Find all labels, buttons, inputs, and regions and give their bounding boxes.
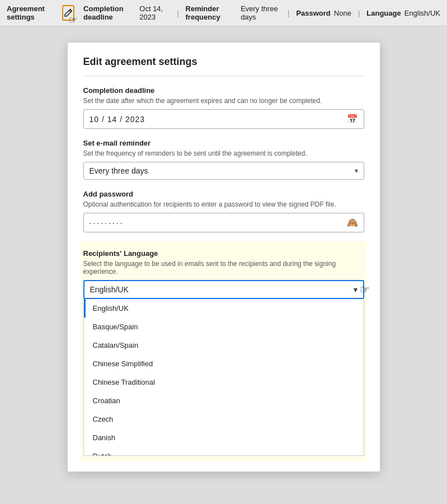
language-select-value: English/UK bbox=[90, 285, 354, 294]
language-option-label: Basque/Spain bbox=[93, 323, 138, 331]
email-reminder-section: Set e-mail reminder Set the frequency of… bbox=[83, 139, 364, 180]
add-password-field-desc: Optional authentication for recipients t… bbox=[83, 200, 364, 208]
language-select[interactable]: English/UK ▾ ☞ bbox=[83, 280, 364, 299]
language-option[interactable]: Danish bbox=[84, 428, 364, 447]
add-password-field-label: Add password bbox=[83, 190, 364, 198]
date-input-value: 10 / 14 / 2023 bbox=[90, 115, 347, 124]
language-option-label: Croatian bbox=[93, 396, 120, 405]
add-password-section: Add password Optional authentication for… bbox=[83, 190, 364, 232]
language-option[interactable]: Czech bbox=[84, 410, 364, 428]
modal-title: Edit agreement settings bbox=[83, 56, 364, 76]
modal-backdrop: Edit agreement settings Completion deadl… bbox=[0, 0, 447, 504]
edit-agreement-modal: Edit agreement settings Completion deadl… bbox=[67, 42, 380, 472]
completion-deadline-field-label: Completion deadline bbox=[83, 86, 364, 95]
language-section: Recipients' Language Select the language… bbox=[81, 241, 366, 461]
language-option[interactable]: Catalan/Spain bbox=[84, 336, 364, 354]
eye-slash-icon[interactable]: 🙈 bbox=[347, 217, 358, 228]
language-option-label: Catalan/Spain bbox=[93, 341, 139, 349]
completion-deadline-field-desc: Set the date after which the agreement e… bbox=[83, 97, 364, 105]
email-reminder-field-label: Set e-mail reminder bbox=[83, 139, 364, 147]
completion-deadline-section: Completion deadline Set the date after w… bbox=[83, 86, 364, 129]
language-option[interactable]: Croatian bbox=[84, 391, 364, 410]
password-dots: ········· bbox=[90, 218, 347, 227]
date-input[interactable]: 10 / 14 / 2023 📅 bbox=[83, 109, 364, 129]
language-option[interactable]: Chinese Traditional bbox=[84, 373, 364, 391]
calendar-icon[interactable]: 📅 bbox=[347, 114, 358, 124]
email-reminder-select-value: Every three days bbox=[90, 166, 355, 175]
language-field-desc: Select the language to be used in emails… bbox=[83, 260, 364, 276]
email-reminder-field-desc: Set the frequency of reminders to be sen… bbox=[83, 150, 364, 157]
cursor-hand-icon: ☞ bbox=[360, 283, 370, 296]
language-dropdown-list[interactable]: English/UKBasque/SpainCatalan/SpainChine… bbox=[83, 299, 364, 456]
language-option[interactable]: Basque/Spain bbox=[84, 318, 364, 336]
password-input[interactable]: ········· 🙈 bbox=[83, 213, 364, 232]
language-option-label: Czech bbox=[93, 415, 114, 423]
language-option[interactable]: Dutch bbox=[84, 447, 364, 456]
language-option-label: Danish bbox=[93, 433, 115, 442]
language-option-label: Chinese Traditional bbox=[93, 378, 155, 386]
language-field-label: Recipients' Language bbox=[83, 249, 364, 258]
language-chevron-down-icon: ▾ bbox=[354, 285, 357, 294]
email-reminder-select[interactable]: Every three days ▾ bbox=[83, 162, 364, 180]
language-option[interactable]: Chinese Simplified bbox=[84, 354, 364, 373]
language-option-label: Dutch bbox=[93, 452, 112, 456]
chevron-down-icon: ▾ bbox=[355, 167, 358, 175]
language-option[interactable]: English/UK bbox=[84, 299, 364, 318]
language-option-label: Chinese Simplified bbox=[93, 360, 153, 368]
language-option-label: English/UK bbox=[93, 304, 129, 312]
